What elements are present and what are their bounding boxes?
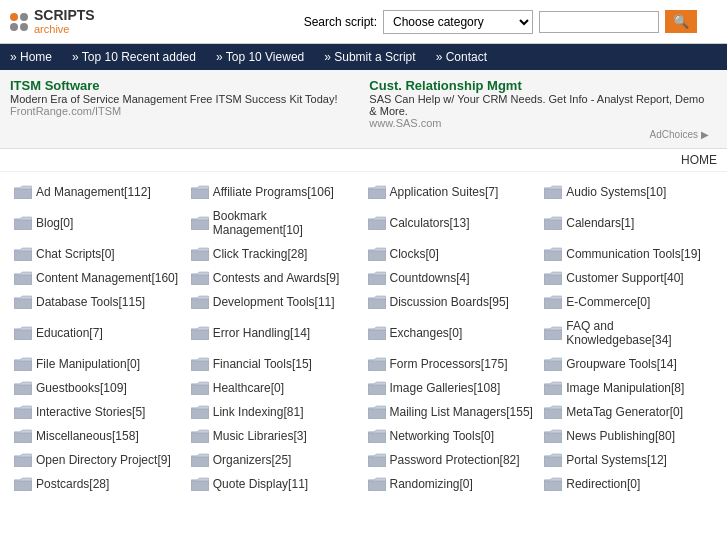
folder-icon xyxy=(14,295,32,309)
category-item[interactable]: Form Processors[175] xyxy=(364,354,541,374)
category-label: Customer Support[40] xyxy=(566,271,683,285)
category-item[interactable]: MetaTag Generator[0] xyxy=(540,402,717,422)
category-item[interactable]: Networking Tools[0] xyxy=(364,426,541,446)
category-label: E-Commerce[0] xyxy=(566,295,650,309)
search-button[interactable]: 🔍 xyxy=(665,10,697,33)
svg-rect-18 xyxy=(368,298,386,309)
nav-item-contact[interactable]: Contact xyxy=(436,50,487,64)
category-item[interactable]: Clocks[0] xyxy=(364,244,541,264)
category-label: Communication Tools[19] xyxy=(566,247,701,261)
category-item[interactable]: Password Protection[82] xyxy=(364,450,541,470)
logo-archive-text: archive xyxy=(34,23,95,35)
category-select[interactable]: Choose category xyxy=(383,10,533,34)
category-item[interactable]: Mailing List Managers[155] xyxy=(364,402,541,422)
category-item[interactable]: Exchanges[0] xyxy=(364,316,541,350)
category-item[interactable]: Link Indexing[81] xyxy=(187,402,364,422)
category-item[interactable]: Interactive Stories[5] xyxy=(10,402,187,422)
category-item[interactable]: Click Tracking[28] xyxy=(187,244,364,264)
category-item[interactable]: Database Tools[115] xyxy=(10,292,187,312)
svg-rect-13 xyxy=(191,274,209,285)
folder-icon xyxy=(14,405,32,419)
category-item[interactable]: Quote Display[11] xyxy=(187,474,364,494)
svg-rect-12 xyxy=(14,274,32,285)
svg-rect-16 xyxy=(14,298,32,309)
folder-icon xyxy=(368,453,386,467)
svg-rect-35 xyxy=(544,408,562,419)
ad-title-0[interactable]: ITSM Software xyxy=(10,78,349,93)
category-item[interactable]: Chat Scripts[0] xyxy=(10,244,187,264)
folder-icon xyxy=(544,477,562,491)
category-item[interactable]: Blog[0] xyxy=(10,206,187,240)
breadcrumb: HOME xyxy=(0,149,727,172)
category-item[interactable]: Education[7] xyxy=(10,316,187,350)
category-label: Groupware Tools[14] xyxy=(566,357,677,371)
category-item[interactable]: Development Tools[11] xyxy=(187,292,364,312)
category-item[interactable]: Healthcare[0] xyxy=(187,378,364,398)
category-item[interactable]: Content Management[160] xyxy=(10,268,187,288)
category-item[interactable]: Ad Management[112] xyxy=(10,182,187,202)
nav-item-top-10-viewed[interactable]: Top 10 Viewed xyxy=(216,50,304,64)
category-item[interactable]: Contests and Awards[9] xyxy=(187,268,364,288)
category-item[interactable]: Music Libraries[3] xyxy=(187,426,364,446)
category-label: FAQ and Knowledgebase[34] xyxy=(566,319,713,347)
svg-rect-22 xyxy=(368,329,386,340)
category-item[interactable]: Redirection[0] xyxy=(540,474,717,494)
svg-rect-39 xyxy=(544,432,562,443)
nav-bar: HomeTop 10 Recent addedTop 10 ViewedSubm… xyxy=(0,44,727,70)
category-item[interactable]: Groupware Tools[14] xyxy=(540,354,717,374)
category-item[interactable]: Countdowns[4] xyxy=(364,268,541,288)
folder-icon xyxy=(368,185,386,199)
category-label: News Publishing[80] xyxy=(566,429,675,443)
ad-block-1: Cust. Relationship MgmtSAS Can Help w/ Y… xyxy=(369,78,708,140)
category-item[interactable]: Randomizing[0] xyxy=(364,474,541,494)
folder-icon xyxy=(368,295,386,309)
svg-rect-40 xyxy=(14,456,32,467)
category-item[interactable]: Error Handling[14] xyxy=(187,316,364,350)
category-item[interactable]: Customer Support[40] xyxy=(540,268,717,288)
category-item[interactable]: Image Galleries[108] xyxy=(364,378,541,398)
category-item[interactable]: Application Suites[7] xyxy=(364,182,541,202)
category-item[interactable]: Image Manipulation[8] xyxy=(540,378,717,398)
category-item[interactable]: File Manipulation[0] xyxy=(10,354,187,374)
nav-item-submit-a-script[interactable]: Submit a Script xyxy=(324,50,415,64)
category-label: Interactive Stories[5] xyxy=(36,405,145,419)
category-item[interactable]: Postcards[28] xyxy=(10,474,187,494)
svg-rect-20 xyxy=(14,329,32,340)
folder-icon xyxy=(14,216,32,230)
category-item[interactable]: Discussion Boards[95] xyxy=(364,292,541,312)
ad-title-1[interactable]: Cust. Relationship Mgmt xyxy=(369,78,708,93)
category-item[interactable]: Communication Tools[19] xyxy=(540,244,717,264)
nav-item-top-10-recent-added[interactable]: Top 10 Recent added xyxy=(72,50,196,64)
search-input[interactable] xyxy=(539,11,659,33)
dot-gray-2 xyxy=(10,23,18,31)
category-item[interactable]: Miscellaneous[158] xyxy=(10,426,187,446)
ad-text-1: SAS Can Help w/ Your CRM Needs. Get Info… xyxy=(369,93,708,117)
category-item[interactable]: FAQ and Knowledgebase[34] xyxy=(540,316,717,350)
category-item[interactable]: Affiliate Programs[106] xyxy=(187,182,364,202)
dot-orange-1 xyxy=(10,13,18,21)
folder-icon xyxy=(544,216,562,230)
category-label: Bookmark Management[10] xyxy=(213,209,360,237)
category-label: Blog[0] xyxy=(36,216,73,230)
category-item[interactable]: Financial Tools[15] xyxy=(187,354,364,374)
category-item[interactable]: Calculators[13] xyxy=(364,206,541,240)
category-item[interactable]: Portal Systems[12] xyxy=(540,450,717,470)
category-item[interactable]: E-Commerce[0] xyxy=(540,292,717,312)
category-item[interactable]: Calendars[1] xyxy=(540,206,717,240)
svg-rect-25 xyxy=(191,360,209,371)
category-item[interactable]: News Publishing[80] xyxy=(540,426,717,446)
svg-rect-29 xyxy=(191,384,209,395)
nav-item-home[interactable]: Home xyxy=(10,50,52,64)
category-item[interactable]: Organizers[25] xyxy=(187,450,364,470)
folder-icon xyxy=(544,247,562,261)
category-item[interactable]: Open Directory Project[9] xyxy=(10,450,187,470)
svg-rect-30 xyxy=(368,384,386,395)
category-item[interactable]: Bookmark Management[10] xyxy=(187,206,364,240)
category-item[interactable]: Audio Systems[10] xyxy=(540,182,717,202)
svg-rect-14 xyxy=(368,274,386,285)
ad-text-0: Modern Era of Service Management Free IT… xyxy=(10,93,349,105)
category-item[interactable]: Guestbooks[109] xyxy=(10,378,187,398)
folder-icon xyxy=(14,357,32,371)
logo: SCRIPTS archive xyxy=(10,8,110,35)
ad-url-1: www.SAS.com xyxy=(369,117,708,129)
